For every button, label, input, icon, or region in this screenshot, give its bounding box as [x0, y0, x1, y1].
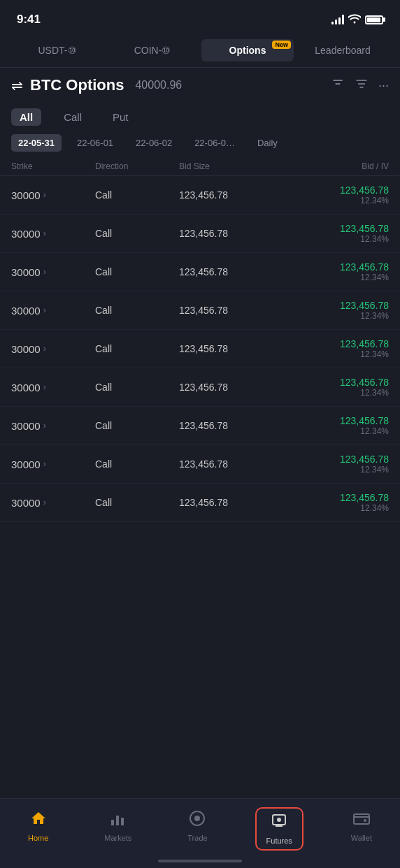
date-tab-1[interactable]: 22-06-01 — [70, 134, 120, 152]
cell-direction-0: Call — [95, 189, 179, 201]
table-row[interactable]: 30000› Call 123,456.78 123,456.78 12.34% — [0, 253, 400, 291]
cell-bidsize-2: 123,456.78 — [179, 266, 270, 277]
table-row[interactable]: 30000› Call 123,456.78 123,456.78 12.34% — [0, 484, 400, 522]
cell-bidiv-5: 123,456.78 12.34% — [270, 377, 389, 398]
cell-bidsize-0: 123,456.78 — [179, 189, 270, 201]
col-strike: Strike — [11, 161, 95, 171]
table-row[interactable]: 30000› Call 123,456.78 123,456.78 12.34% — [0, 445, 400, 484]
cell-bidiv-3: 123,456.78 12.34% — [270, 300, 389, 321]
cell-bidsize-7: 123,456.78 — [179, 458, 270, 470]
svg-rect-4 — [116, 816, 119, 825]
date-tab-2[interactable]: 22-06-02 — [129, 134, 179, 152]
trade-icon — [189, 810, 206, 831]
swap-icon[interactable]: ⇌ — [11, 77, 23, 94]
cell-bidiv-6: 123,456.78 12.34% — [270, 415, 389, 436]
filter-all[interactable]: All — [11, 108, 41, 126]
cell-bidiv-7: 123,456.78 12.34% — [270, 454, 389, 475]
cell-bidsize-4: 123,456.78 — [179, 343, 270, 354]
status-bar: 9:41 — [0, 0, 400, 34]
col-bidiv: Bid / IV — [270, 161, 389, 171]
nav-futures-label: Futures — [266, 837, 292, 845]
nav-markets-label: Markets — [104, 834, 131, 842]
cell-strike-6: 30000› — [11, 420, 95, 432]
cell-bidsize-3: 123,456.78 — [179, 305, 270, 316]
table-row[interactable]: 30000› Call 123,456.78 123,456.78 12.34% — [0, 215, 400, 253]
svg-rect-10 — [354, 814, 369, 824]
date-tabs: 22-05-31 22-06-01 22-06-02 22-06-0… Dail… — [0, 131, 400, 157]
bottom-nav: Home Markets Trade Futu — [0, 798, 400, 868]
new-badge: New — [272, 41, 291, 49]
price-value: 40000.96 — [135, 79, 182, 92]
table-body: 30000› Call 123,456.78 123,456.78 12.34%… — [0, 176, 400, 522]
cell-bidsize-6: 123,456.78 — [179, 420, 270, 431]
nav-home-label: Home — [28, 834, 48, 842]
table-row[interactable]: 30000› Call 123,456.78 123,456.78 12.34% — [0, 407, 400, 445]
tab-usdt[interactable]: USDT-⑩ — [11, 39, 103, 62]
nav-trade-label: Trade — [187, 834, 207, 842]
tab-coin[interactable]: COIN-⑩ — [106, 39, 199, 62]
cell-direction-8: Call — [95, 497, 179, 508]
svg-point-7 — [194, 816, 200, 821]
nav-markets[interactable]: Markets — [96, 807, 140, 845]
cell-strike-4: 30000› — [11, 343, 95, 355]
wallet-icon — [353, 810, 370, 831]
table-row[interactable]: 30000› Call 123,456.78 123,456.78 12.34% — [0, 330, 400, 368]
header-right: ··· — [331, 77, 389, 94]
tab-options[interactable]: Options New — [201, 39, 294, 62]
futures-icon — [271, 813, 287, 834]
page-header: ⇌ BTC Options 40000.96 ··· — [0, 68, 400, 103]
header-left: ⇌ BTC Options 40000.96 — [11, 76, 182, 94]
cell-strike-3: 30000› — [11, 305, 95, 317]
filter-put[interactable]: Put — [104, 108, 137, 126]
home-indicator — [158, 860, 242, 862]
table-row[interactable]: 30000› Call 123,456.78 123,456.78 12.34% — [0, 368, 400, 407]
table-row[interactable]: 30000› Call 123,456.78 123,456.78 12.34% — [0, 176, 400, 215]
date-tab-4[interactable]: Daily — [250, 134, 285, 152]
cell-direction-4: Call — [95, 343, 179, 354]
cell-direction-2: Call — [95, 266, 179, 277]
svg-point-9 — [277, 818, 281, 822]
col-bidsize: Bid Size — [179, 161, 270, 171]
page-title: BTC Options — [30, 76, 124, 94]
cell-strike-8: 30000› — [11, 497, 95, 509]
filter-call[interactable]: Call — [55, 108, 90, 126]
battery-icon — [365, 15, 383, 24]
cell-bidsize-5: 123,456.78 — [179, 382, 270, 393]
status-icons — [331, 14, 383, 26]
sort-icon[interactable] — [355, 77, 369, 94]
top-tabs: USDT-⑩ COIN-⑩ Options New Leaderboard — [0, 34, 400, 68]
nav-wallet-label: Wallet — [351, 834, 372, 842]
status-time: 9:41 — [17, 13, 41, 27]
cell-direction-1: Call — [95, 228, 179, 239]
cell-strike-2: 30000› — [11, 266, 95, 278]
svg-rect-3 — [111, 820, 114, 825]
cell-bidsize-8: 123,456.78 — [179, 497, 270, 508]
more-icon[interactable]: ··· — [378, 78, 389, 93]
markets-icon — [110, 810, 127, 831]
cell-direction-7: Call — [95, 458, 179, 470]
cell-bidiv-4: 123,456.78 12.34% — [270, 338, 389, 359]
table-row[interactable]: 30000› Call 123,456.78 123,456.78 12.34% — [0, 291, 400, 330]
cell-direction-6: Call — [95, 420, 179, 431]
tab-leaderboard[interactable]: Leaderboard — [297, 39, 389, 62]
cell-strike-5: 30000› — [11, 382, 95, 393]
cell-direction-5: Call — [95, 382, 179, 393]
home-icon — [30, 810, 47, 831]
date-tab-0[interactable]: 22-05-31 — [11, 134, 62, 152]
nav-home[interactable]: Home — [20, 807, 57, 845]
table-header: Strike Direction Bid Size Bid / IV — [0, 157, 400, 176]
cell-bidiv-2: 123,456.78 12.34% — [270, 261, 389, 282]
nav-futures[interactable]: Futures — [255, 807, 303, 851]
col-direction: Direction — [95, 161, 179, 171]
cell-bidiv-8: 123,456.78 12.34% — [270, 492, 389, 513]
nav-wallet[interactable]: Wallet — [343, 807, 380, 845]
filter-row: All Call Put — [0, 103, 400, 131]
cell-bidiv-0: 123,456.78 12.34% — [270, 185, 389, 205]
wifi-icon — [348, 14, 361, 26]
cell-bidsize-1: 123,456.78 — [179, 228, 270, 239]
date-tab-3[interactable]: 22-06-0… — [187, 134, 242, 152]
nav-trade[interactable]: Trade — [179, 807, 215, 845]
cell-strike-1: 30000› — [11, 228, 95, 240]
cell-strike-0: 30000› — [11, 189, 95, 201]
filter-icon[interactable] — [331, 77, 345, 94]
